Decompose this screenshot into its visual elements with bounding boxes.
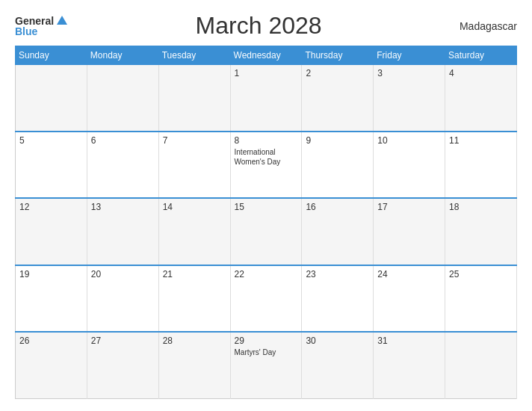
day-cell-2-2: 6 bbox=[87, 132, 158, 198]
page-title: March 2028 bbox=[67, 12, 450, 40]
holiday-label: International Women's Day bbox=[235, 147, 298, 167]
day-cell-3-5: 16 bbox=[302, 198, 374, 265]
day-number: 3 bbox=[377, 68, 441, 78]
day-cell-2-4: 8International Women's Day bbox=[230, 132, 302, 198]
day-cell-5-3: 28 bbox=[158, 332, 230, 398]
week-row-3: 12131415161718 bbox=[16, 198, 517, 265]
day-cell-4-5: 23 bbox=[302, 265, 374, 332]
day-number: 25 bbox=[449, 269, 513, 279]
day-number: 21 bbox=[163, 269, 226, 279]
day-cell-3-3: 14 bbox=[158, 198, 230, 265]
day-number: 19 bbox=[19, 269, 83, 279]
day-cell-4-2: 20 bbox=[87, 265, 158, 332]
day-number: 10 bbox=[377, 135, 441, 146]
day-cell-2-1: 5 bbox=[16, 132, 87, 198]
day-cell-2-6: 10 bbox=[374, 132, 445, 198]
day-cell-5-5: 30 bbox=[302, 332, 374, 398]
day-cell-3-6: 17 bbox=[374, 198, 445, 265]
day-number: 18 bbox=[449, 202, 513, 212]
day-cell-4-4: 22 bbox=[230, 265, 302, 332]
day-number: 15 bbox=[235, 202, 298, 212]
logo-blue-text: Blue bbox=[15, 26, 37, 37]
day-number: 22 bbox=[235, 269, 298, 279]
day-number: 1 bbox=[235, 68, 298, 78]
logo-general-text: General bbox=[15, 16, 54, 26]
week-row-5: 26272829Martyrs' Day3031 bbox=[16, 332, 517, 398]
week-row-1: 1234 bbox=[16, 65, 517, 132]
day-number: 29 bbox=[235, 336, 298, 346]
day-cell-5-7 bbox=[445, 332, 517, 398]
logo: General Blue bbox=[15, 16, 67, 37]
day-number: 16 bbox=[306, 202, 369, 212]
day-number: 17 bbox=[377, 202, 441, 212]
day-cell-2-5: 9 bbox=[302, 132, 374, 198]
holiday-label: Martyrs' Day bbox=[235, 347, 298, 357]
day-cell-5-4: 29Martyrs' Day bbox=[230, 332, 302, 398]
day-number: 23 bbox=[306, 269, 369, 279]
day-number: 2 bbox=[306, 68, 369, 78]
day-number: 20 bbox=[91, 269, 155, 279]
day-cell-2-7: 11 bbox=[445, 132, 517, 198]
day-cell-5-2: 27 bbox=[87, 332, 158, 398]
day-cell-3-2: 13 bbox=[87, 198, 158, 265]
col-monday: Monday bbox=[87, 46, 158, 65]
day-number: 5 bbox=[19, 135, 83, 146]
day-number: 31 bbox=[377, 336, 441, 346]
day-cell-5-1: 26 bbox=[16, 332, 87, 398]
day-cell-4-7: 25 bbox=[445, 265, 517, 332]
day-number: 27 bbox=[91, 336, 155, 346]
day-number: 28 bbox=[163, 336, 226, 346]
day-cell-1-2 bbox=[87, 65, 158, 132]
day-number: 9 bbox=[306, 135, 369, 146]
day-number: 8 bbox=[235, 135, 298, 146]
logo-triangle-icon bbox=[57, 16, 67, 25]
header-row: Sunday Monday Tuesday Wednesday Thursday… bbox=[16, 46, 517, 65]
day-number: 13 bbox=[91, 202, 155, 212]
week-row-2: 5678International Women's Day91011 bbox=[16, 132, 517, 198]
col-thursday: Thursday bbox=[302, 46, 374, 65]
day-cell-1-7: 4 bbox=[445, 65, 517, 132]
day-cell-3-7: 18 bbox=[445, 198, 517, 265]
week-row-4: 19202122232425 bbox=[16, 265, 517, 332]
day-cell-5-6: 31 bbox=[374, 332, 445, 398]
calendar-table: Sunday Monday Tuesday Wednesday Thursday… bbox=[15, 46, 517, 399]
col-saturday: Saturday bbox=[445, 46, 517, 65]
col-sunday: Sunday bbox=[16, 46, 87, 65]
day-cell-1-6: 3 bbox=[374, 65, 445, 132]
country-label: Madagascar bbox=[450, 20, 517, 32]
day-cell-3-4: 15 bbox=[230, 198, 302, 265]
day-number: 30 bbox=[306, 336, 369, 346]
col-friday: Friday bbox=[374, 46, 445, 65]
col-tuesday: Tuesday bbox=[158, 46, 230, 65]
day-number: 11 bbox=[449, 135, 513, 146]
day-cell-1-5: 2 bbox=[302, 65, 374, 132]
day-number: 24 bbox=[377, 269, 441, 279]
col-wednesday: Wednesday bbox=[230, 46, 302, 65]
day-number: 7 bbox=[163, 135, 226, 146]
page-header: General Blue March 2028 Madagascar bbox=[15, 12, 517, 40]
day-cell-3-1: 12 bbox=[16, 198, 87, 265]
day-number: 26 bbox=[19, 336, 83, 346]
day-cell-4-1: 19 bbox=[16, 265, 87, 332]
day-cell-1-3 bbox=[158, 65, 230, 132]
day-number: 6 bbox=[91, 135, 155, 146]
day-cell-4-6: 24 bbox=[374, 265, 445, 332]
day-cell-4-3: 21 bbox=[158, 265, 230, 332]
day-cell-1-4: 1 bbox=[230, 65, 302, 132]
day-number: 4 bbox=[449, 68, 513, 78]
day-number: 12 bbox=[19, 202, 83, 212]
day-cell-2-3: 7 bbox=[158, 132, 230, 198]
day-number: 14 bbox=[163, 202, 226, 212]
day-cell-1-1 bbox=[16, 65, 87, 132]
